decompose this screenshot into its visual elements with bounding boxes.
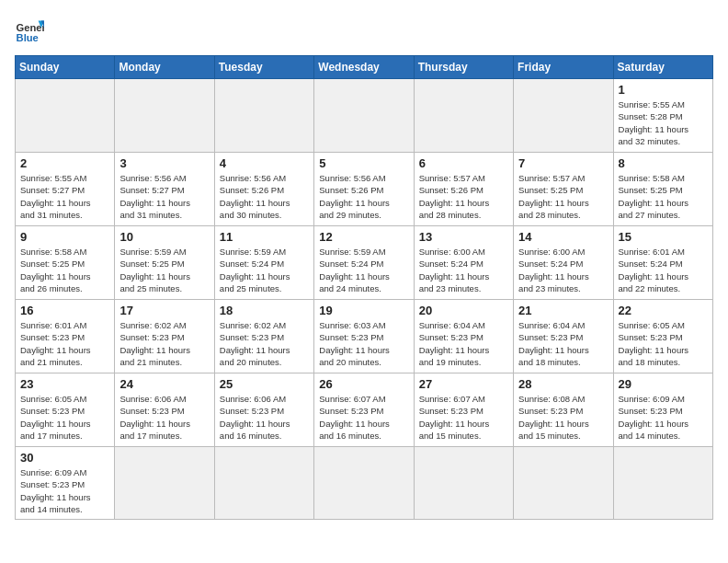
day-cell: 1Sunrise: 5:55 AM Sunset: 5:28 PM Daylig… <box>613 79 712 153</box>
day-cell: 22Sunrise: 6:05 AM Sunset: 5:23 PM Dayli… <box>613 300 712 373</box>
day-cell <box>314 79 414 153</box>
day-cell-30: 30Sunrise: 6:09 AM Sunset: 5:23 PM Dayli… <box>16 447 115 520</box>
day-info: Sunrise: 6:01 AM Sunset: 5:23 PM Dayligh… <box>20 319 109 368</box>
day-number: 29 <box>619 377 708 391</box>
day-number: 24 <box>119 377 209 391</box>
day-number: 18 <box>220 304 309 317</box>
day-info: Sunrise: 5:57 AM Sunset: 5:26 PM Dayligh… <box>419 172 508 221</box>
day-number: 6 <box>419 156 508 170</box>
day-info: Sunrise: 6:05 AM Sunset: 5:23 PM Dayligh… <box>619 319 708 368</box>
day-cell <box>514 79 613 153</box>
day-cell: 18Sunrise: 6:02 AM Sunset: 5:23 PM Dayli… <box>214 300 313 373</box>
weekday-header-wednesday: Wednesday <box>314 56 414 79</box>
day-cell-empty-last <box>414 447 513 520</box>
day-cell-empty-last <box>613 447 712 520</box>
day-cell: 10Sunrise: 5:59 AM Sunset: 5:25 PM Dayli… <box>115 226 214 300</box>
day-cell: 21Sunrise: 6:04 AM Sunset: 5:23 PM Dayli… <box>514 300 613 373</box>
weekday-header-saturday: Saturday <box>613 56 712 79</box>
day-cell-empty-last <box>314 447 414 520</box>
day-info: Sunrise: 6:04 AM Sunset: 5:23 PM Dayligh… <box>419 319 508 368</box>
day-cell: 3Sunrise: 5:56 AM Sunset: 5:27 PM Daylig… <box>115 153 214 226</box>
day-cell-empty-last <box>115 447 214 520</box>
day-cell: 26Sunrise: 6:07 AM Sunset: 5:23 PM Dayli… <box>314 373 414 447</box>
day-cell: 8Sunrise: 5:58 AM Sunset: 5:25 PM Daylig… <box>613 153 712 226</box>
day-cell: 19Sunrise: 6:03 AM Sunset: 5:23 PM Dayli… <box>314 300 414 373</box>
day-number: 10 <box>119 230 209 244</box>
day-info: Sunrise: 5:57 AM Sunset: 5:25 PM Dayligh… <box>518 172 608 221</box>
day-number: 23 <box>20 377 109 391</box>
day-cell <box>214 79 313 153</box>
day-cell: 4Sunrise: 5:56 AM Sunset: 5:26 PM Daylig… <box>214 153 313 226</box>
day-info: Sunrise: 5:59 AM Sunset: 5:25 PM Dayligh… <box>119 246 209 294</box>
weekday-header-tuesday: Tuesday <box>214 56 313 79</box>
day-number: 27 <box>419 377 508 391</box>
week-row-3: 9Sunrise: 5:58 AM Sunset: 5:25 PM Daylig… <box>16 226 713 300</box>
day-number: 25 <box>220 377 309 391</box>
day-number: 19 <box>319 304 408 317</box>
weekday-header-row: SundayMondayTuesdayWednesdayThursdayFrid… <box>16 56 713 79</box>
day-info: Sunrise: 6:00 AM Sunset: 5:24 PM Dayligh… <box>518 246 608 294</box>
day-info: Sunrise: 6:01 AM Sunset: 5:24 PM Dayligh… <box>619 246 708 294</box>
day-info: Sunrise: 6:06 AM Sunset: 5:23 PM Dayligh… <box>119 393 209 442</box>
day-cell <box>115 79 214 153</box>
day-number: 20 <box>419 304 508 317</box>
week-row-1: 1Sunrise: 5:55 AM Sunset: 5:28 PM Daylig… <box>16 79 713 153</box>
day-number: 16 <box>20 304 109 317</box>
day-cell: 27Sunrise: 6:07 AM Sunset: 5:23 PM Dayli… <box>414 373 513 447</box>
day-number: 14 <box>518 230 608 244</box>
day-number: 11 <box>220 230 309 244</box>
day-number: 9 <box>20 230 109 244</box>
day-cell: 16Sunrise: 6:01 AM Sunset: 5:23 PM Dayli… <box>16 300 115 373</box>
day-info: Sunrise: 6:06 AM Sunset: 5:23 PM Dayligh… <box>220 393 309 442</box>
day-number: 12 <box>319 230 408 244</box>
day-number-30: 30 <box>20 451 109 465</box>
weekday-header-friday: Friday <box>514 56 613 79</box>
day-info: Sunrise: 6:04 AM Sunset: 5:23 PM Dayligh… <box>518 319 608 368</box>
day-info: Sunrise: 6:03 AM Sunset: 5:23 PM Dayligh… <box>319 319 408 368</box>
day-number: 15 <box>619 230 708 244</box>
day-info: Sunrise: 6:02 AM Sunset: 5:23 PM Dayligh… <box>220 319 309 368</box>
page-header: General Blue <box>15 15 713 44</box>
logo: General Blue <box>15 15 44 44</box>
weekday-header-sunday: Sunday <box>16 56 115 79</box>
weekday-header-thursday: Thursday <box>414 56 513 79</box>
day-cell <box>414 79 513 153</box>
day-info: Sunrise: 5:55 AM Sunset: 5:28 PM Dayligh… <box>619 98 708 147</box>
day-cell: 11Sunrise: 5:59 AM Sunset: 5:24 PM Dayli… <box>214 226 313 300</box>
day-number: 2 <box>20 156 109 170</box>
day-cell: 6Sunrise: 5:57 AM Sunset: 5:26 PM Daylig… <box>414 153 513 226</box>
calendar-table: SundayMondayTuesdayWednesdayThursdayFrid… <box>15 55 713 520</box>
day-cell: 14Sunrise: 6:00 AM Sunset: 5:24 PM Dayli… <box>514 226 613 300</box>
day-info: Sunrise: 5:56 AM Sunset: 5:27 PM Dayligh… <box>119 172 209 221</box>
day-info: Sunrise: 6:05 AM Sunset: 5:23 PM Dayligh… <box>20 393 109 442</box>
day-number: 8 <box>619 156 708 170</box>
day-cell: 28Sunrise: 6:08 AM Sunset: 5:23 PM Dayli… <box>514 373 613 447</box>
week-row-last: 30Sunrise: 6:09 AM Sunset: 5:23 PM Dayli… <box>16 447 713 520</box>
day-number: 13 <box>419 230 508 244</box>
logo-icon: General Blue <box>15 15 44 44</box>
day-cell <box>16 79 115 153</box>
day-info: Sunrise: 6:08 AM Sunset: 5:23 PM Dayligh… <box>518 393 608 442</box>
day-info: Sunrise: 5:56 AM Sunset: 5:26 PM Dayligh… <box>319 172 408 221</box>
week-row-4: 16Sunrise: 6:01 AM Sunset: 5:23 PM Dayli… <box>16 300 713 373</box>
day-number: 5 <box>319 156 408 170</box>
day-cell: 23Sunrise: 6:05 AM Sunset: 5:23 PM Dayli… <box>16 373 115 447</box>
day-number: 3 <box>119 156 209 170</box>
day-cell: 29Sunrise: 6:09 AM Sunset: 5:23 PM Dayli… <box>613 373 712 447</box>
day-info: Sunrise: 6:00 AM Sunset: 5:24 PM Dayligh… <box>419 246 508 294</box>
day-cell: 25Sunrise: 6:06 AM Sunset: 5:23 PM Dayli… <box>214 373 313 447</box>
day-cell: 12Sunrise: 5:59 AM Sunset: 5:24 PM Dayli… <box>314 226 414 300</box>
day-cell: 15Sunrise: 6:01 AM Sunset: 5:24 PM Dayli… <box>613 226 712 300</box>
day-number: 26 <box>319 377 408 391</box>
day-number: 1 <box>619 83 708 97</box>
day-cell: 9Sunrise: 5:58 AM Sunset: 5:25 PM Daylig… <box>16 226 115 300</box>
day-number: 28 <box>518 377 608 391</box>
day-cell: 7Sunrise: 5:57 AM Sunset: 5:25 PM Daylig… <box>514 153 613 226</box>
day-info: Sunrise: 5:58 AM Sunset: 5:25 PM Dayligh… <box>619 172 708 221</box>
day-number: 22 <box>619 304 708 317</box>
week-row-2: 2Sunrise: 5:55 AM Sunset: 5:27 PM Daylig… <box>16 153 713 226</box>
weekday-header-monday: Monday <box>115 56 214 79</box>
svg-text:Blue: Blue <box>17 32 39 43</box>
day-info: Sunrise: 5:58 AM Sunset: 5:25 PM Dayligh… <box>20 246 109 294</box>
week-row-5: 23Sunrise: 6:05 AM Sunset: 5:23 PM Dayli… <box>16 373 713 447</box>
